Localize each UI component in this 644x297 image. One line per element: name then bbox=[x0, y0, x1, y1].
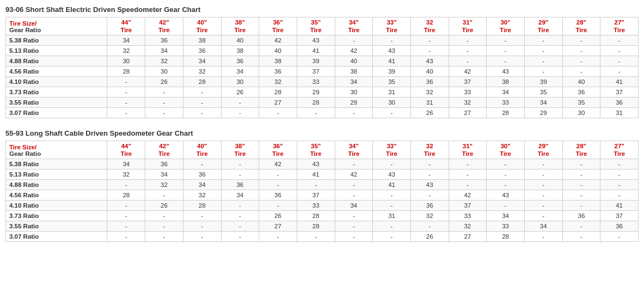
chart2-cell-1-12: - bbox=[562, 169, 600, 180]
chart2-col-header-top-10: 30" bbox=[487, 141, 525, 150]
chart2-cell-3-11: - bbox=[524, 190, 562, 201]
chart1-cell-7-2: - bbox=[183, 108, 221, 118]
chart2-table: Tire Size/Gear Ratio44"42"40"38"36"35"34… bbox=[5, 141, 639, 242]
chart1-cell-6-1: - bbox=[145, 98, 183, 108]
chart2-col-header-top-12: 28" bbox=[562, 141, 600, 150]
chart2-row-label-3: 4.56 Ratio bbox=[6, 190, 107, 201]
chart2-cell-7-12: - bbox=[562, 232, 600, 242]
chart2-col-header-top-8: 32 bbox=[410, 141, 449, 150]
chart2-cell-2-12: - bbox=[562, 180, 600, 190]
chart2-col-header-bottom-9: Tire bbox=[449, 150, 487, 159]
chart1-cell-1-6: 42 bbox=[335, 46, 373, 56]
chart1-row-label: Tire Size/Gear Ratio bbox=[6, 17, 107, 35]
chart1-col-header-top-1: 42" bbox=[145, 17, 183, 27]
chart2-cell-0-13: - bbox=[600, 159, 639, 169]
chart2-cell-0-11: - bbox=[524, 159, 562, 169]
chart2-cell-0-12: - bbox=[562, 159, 600, 169]
chart1-cell-5-2: - bbox=[183, 87, 221, 98]
chart2-cell-3-9: 42 bbox=[449, 190, 487, 201]
chart2-col-header-bottom-8: Tire bbox=[410, 150, 449, 159]
chart2-cell-2-6: - bbox=[335, 180, 373, 190]
chart2-cell-4-4: - bbox=[259, 201, 297, 211]
chart1-title: 93-06 Short Shaft Electric Driven Speedo… bbox=[5, 5, 639, 14]
chart2-cell-5-2: - bbox=[183, 211, 221, 221]
chart1-col-header-bottom-6: Tire bbox=[335, 26, 373, 35]
chart1-cell-4-7: 35 bbox=[373, 77, 411, 87]
chart1-col-header-top-12: 28" bbox=[562, 17, 600, 27]
chart2-cell-4-0: - bbox=[107, 201, 145, 211]
chart2-cell-3-0: 28 bbox=[107, 190, 145, 201]
chart1-cell-0-7: - bbox=[373, 35, 411, 46]
chart1-cell-7-3: - bbox=[221, 108, 259, 118]
chart2-cell-7-11: - bbox=[524, 232, 562, 242]
chart1-cell-7-1: - bbox=[145, 108, 183, 118]
chart1-cell-5-7: 31 bbox=[373, 87, 411, 98]
chart2-cell-4-9: 37 bbox=[449, 201, 487, 211]
chart2-cell-5-13: 37 bbox=[600, 211, 639, 221]
chart1-cell-4-4: 32 bbox=[259, 77, 297, 87]
chart2-cell-5-12: 36 bbox=[562, 211, 600, 221]
chart2-cell-4-5: 33 bbox=[297, 201, 335, 211]
chart2-cell-3-5: 37 bbox=[297, 190, 335, 201]
chart1-cell-3-1: 30 bbox=[145, 66, 183, 77]
chart1-col-header-bottom-1: Tire bbox=[145, 26, 183, 35]
chart2-cell-7-9: 27 bbox=[449, 232, 487, 242]
chart2-cell-2-2: 34 bbox=[183, 180, 221, 190]
chart1-col-header-bottom-8: Tire bbox=[410, 26, 449, 35]
chart1-cell-4-8: 36 bbox=[410, 77, 449, 87]
chart1-col-header-top-3: 38" bbox=[221, 17, 259, 27]
chart2-cell-1-2: 36 bbox=[183, 169, 221, 180]
chart2-title: 55-93 Long Shaft Cable Driven Speedomete… bbox=[5, 129, 639, 137]
chart2-cell-1-8: - bbox=[410, 169, 449, 180]
chart2-row-label-5: 3.73 Ratio bbox=[6, 211, 107, 221]
chart1-cell-5-4: 28 bbox=[259, 87, 297, 98]
chart1-cell-3-5: 37 bbox=[297, 66, 335, 77]
chart1-cell-0-6: - bbox=[335, 35, 373, 46]
chart2-col-header-bottom-1: Tire bbox=[145, 150, 183, 159]
chart2-col-header-top-3: 38" bbox=[221, 141, 259, 150]
chart2-cell-7-6: - bbox=[335, 232, 373, 242]
chart2-cell-0-9: - bbox=[449, 159, 487, 169]
chart2-cell-3-13: - bbox=[600, 190, 639, 201]
chart1-cell-1-7: 43 bbox=[373, 46, 411, 56]
chart1-cell-6-8: 31 bbox=[410, 98, 449, 108]
chart1-cell-1-11: - bbox=[524, 46, 562, 56]
chart2-cell-0-5: 43 bbox=[297, 159, 335, 169]
chart1-cell-2-13: - bbox=[600, 56, 639, 66]
chart1-cell-2-6: 40 bbox=[335, 56, 373, 66]
chart1-cell-4-11: 39 bbox=[524, 77, 562, 87]
chart1-cell-7-13: 31 bbox=[600, 108, 639, 118]
chart1-cell-1-12: - bbox=[562, 46, 600, 56]
chart1-cell-3-9: 42 bbox=[449, 66, 487, 77]
chart2-col-header-bottom-6: Tire bbox=[335, 150, 373, 159]
chart1-cell-0-0: 34 bbox=[107, 35, 145, 46]
chart2-cell-7-8: 26 bbox=[410, 232, 449, 242]
chart1-cell-5-0: - bbox=[107, 87, 145, 98]
chart1-row-label-5: 3.73 Ratio bbox=[6, 87, 107, 98]
chart1-cell-6-6: 29 bbox=[335, 98, 373, 108]
chart1-cell-4-13: 41 bbox=[600, 77, 639, 87]
chart1-cell-2-3: 36 bbox=[221, 56, 259, 66]
chart2-cell-2-5: - bbox=[297, 180, 335, 190]
chart2-cell-7-7: - bbox=[373, 232, 411, 242]
chart1-col-header-top-11: 29" bbox=[524, 17, 562, 27]
chart2-cell-6-5: 28 bbox=[297, 221, 335, 232]
chart1-cell-3-3: 34 bbox=[221, 66, 259, 77]
chart2-cell-4-11: - bbox=[524, 201, 562, 211]
chart2-row-label: Tire Size/Gear Ratio bbox=[6, 141, 107, 159]
chart2-cell-1-11: - bbox=[524, 169, 562, 180]
chart1-cell-5-1: - bbox=[145, 87, 183, 98]
chart2-cell-0-2: - bbox=[183, 159, 221, 169]
chart2-cell-3-1: - bbox=[145, 190, 183, 201]
chart1-cell-7-7: - bbox=[373, 108, 411, 118]
chart2-row-label-7: 3.07 Ratio bbox=[6, 232, 107, 242]
chart2-cell-3-12: - bbox=[562, 190, 600, 201]
chart2-cell-2-11: - bbox=[524, 180, 562, 190]
chart1-col-header-top-6: 34" bbox=[335, 17, 373, 27]
chart1-col-header-bottom-4: Tire bbox=[259, 26, 297, 35]
chart1-cell-6-7: 30 bbox=[373, 98, 411, 108]
chart1-row-label-1: 5.13 Ratio bbox=[6, 46, 107, 56]
chart1-cell-3-12: - bbox=[562, 66, 600, 77]
chart1-cell-0-9: - bbox=[449, 35, 487, 46]
chart2-row-label-4: 4.10 Ratio bbox=[6, 201, 107, 211]
